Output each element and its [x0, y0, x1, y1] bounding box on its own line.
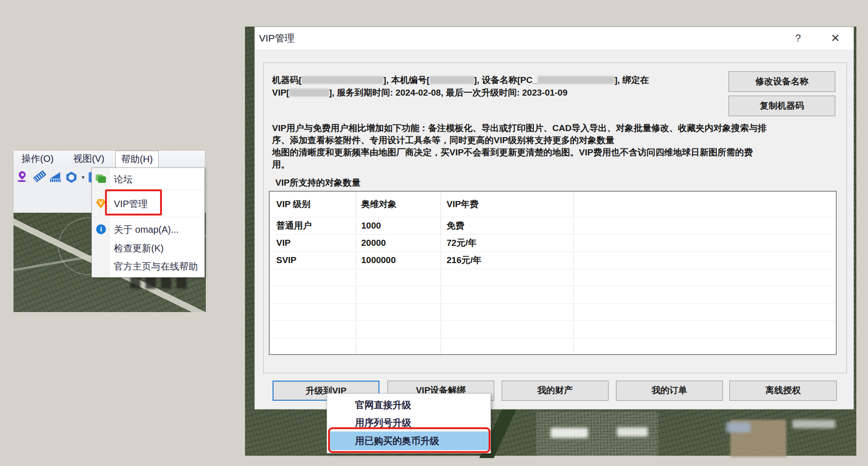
- menu-item-about-omap[interactable]: i 关于 omap(A)...: [92, 220, 204, 239]
- ruler-icon[interactable]: [33, 171, 45, 184]
- my-orders-button[interactable]: 我的订单: [616, 381, 723, 401]
- toolbar: ▾: [14, 167, 91, 187]
- table-row: 普通用户 1000 免费: [270, 217, 836, 235]
- annotation-box-owcoin-upgrade: [328, 427, 490, 453]
- menu-item-forum[interactable]: 论坛: [92, 170, 204, 188]
- my-assets-button[interactable]: 我的财产: [502, 381, 609, 401]
- table-row-empty: [270, 269, 836, 286]
- blurred-map-label: [726, 422, 750, 432]
- menu-item-official-site-upgrade[interactable]: 官网直接升级: [328, 396, 490, 414]
- menu-operation[interactable]: 操作(O): [16, 151, 59, 167]
- machine-info-line1: 机器码[], 本机编号[], 设备名称[PC_], 绑定在: [272, 74, 649, 86]
- dialog-title: VIP管理: [259, 27, 294, 49]
- omap-main-window: 操作(O) 视图(V) 帮助(H) ▾ 论坛 V VIP管理: [13, 150, 205, 312]
- menu-help[interactable]: 帮助(H): [115, 151, 159, 167]
- menu-item-check-update[interactable]: 检查更新(K): [92, 240, 204, 257]
- column-divider: [441, 192, 441, 354]
- vip-features-text: VIP用户与免费用户相比增加如下功能：备注模板化、导出或打印图片、CAD导入导出…: [272, 122, 848, 171]
- dialog-titlebar: VIP管理 ? ✕: [255, 27, 854, 50]
- machine-info-text: 机器码[], 本机编号[], 设备名称[PC_], 绑定在 VIP[], 服务到…: [272, 74, 649, 99]
- annotation-box-vip-management: [105, 189, 162, 216]
- dropdown-arrow-icon[interactable]: ▾: [82, 174, 84, 181]
- copy-machine-code-button[interactable]: 复制机器码: [728, 96, 835, 116]
- header-vip-annual-fee: VIP年费: [441, 198, 573, 210]
- blurred-map-label: [792, 420, 835, 428]
- redacted-machine-code: [301, 76, 383, 84]
- menu-separator: [93, 217, 203, 217]
- column-divider: [356, 192, 356, 354]
- table-row: VIP 20000 72元/年: [270, 235, 836, 252]
- redacted-device-number: [430, 76, 474, 84]
- table-row-empty: [270, 321, 836, 338]
- blurred-map-label: [617, 427, 648, 437]
- menu-view[interactable]: 视图(V): [68, 151, 110, 167]
- redacted-device-name: [538, 76, 615, 84]
- dialog-help-button[interactable]: ?: [790, 27, 806, 49]
- menu-bar: 操作(O) 视图(V) 帮助(H): [14, 151, 205, 167]
- area-measure-icon[interactable]: [49, 171, 61, 184]
- vip-management-dialog: VIP管理 ? ✕ 机器码[], 本机编号[], 设备名称[PC_], 绑定在 …: [254, 27, 854, 410]
- offline-authorization-button[interactable]: 离线授权: [729, 381, 837, 401]
- placemark-pin-icon[interactable]: [16, 171, 28, 184]
- forum-chat-icon: [95, 174, 106, 185]
- screenshot-canvas: 操作(O) 视图(V) 帮助(H) ▾ 论坛 V VIP管理: [0, 0, 868, 466]
- table-row: SVIP 1000000 216元/年: [270, 252, 836, 269]
- column-divider: [573, 192, 574, 354]
- header-ovital-objects: 奥维对象: [356, 198, 441, 210]
- help-dropdown-menu: 论坛 V VIP管理 i 关于 omap(A)... 检查更新(K) 官方主页与…: [91, 167, 205, 278]
- blurred-map-label: [551, 428, 588, 438]
- header-vip-level: VIP 级别: [270, 198, 356, 210]
- map-village-texture: [537, 411, 658, 466]
- hexagon-compass-icon[interactable]: [65, 171, 77, 184]
- menu-item-official-homepage-help[interactable]: 官方主页与在线帮助: [92, 257, 204, 275]
- info-icon: i: [95, 224, 106, 235]
- modify-device-name-button[interactable]: 修改设备名称: [728, 71, 835, 92]
- table-header-row: VIP 级别 奥维对象 VIP年费: [270, 192, 836, 217]
- table-row-empty: [270, 286, 836, 304]
- vip-levels-table: VIP 级别 奥维对象 VIP年费 普通用户 1000 免费 VIP 20000…: [269, 191, 837, 355]
- blurred-place-label: [130, 277, 192, 289]
- redacted-vip-account: [289, 89, 329, 97]
- table-row-empty: [270, 338, 836, 355]
- close-icon[interactable]: ✕: [825, 27, 846, 49]
- machine-info-line2: VIP[], 服务到期时间: 2024-02-08, 最后一次升级时间: 202…: [272, 86, 649, 99]
- table-caption: VIP所支持的对象数量: [275, 177, 361, 189]
- table-row-empty: [270, 304, 836, 321]
